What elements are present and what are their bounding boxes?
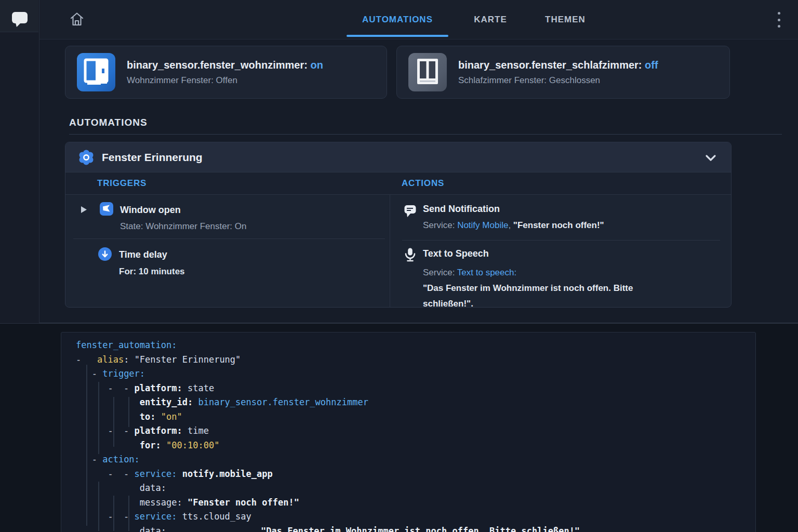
trigger-row-window-open: Window open State: Wohnzimmer Fenster: O…	[65, 195, 390, 232]
sensor-friendly-state: Schlafzimmer Fenster: Geschlossen	[458, 75, 658, 86]
indent-guide	[98, 382, 99, 454]
action-title: Send Notification	[423, 204, 731, 215]
tab-themen[interactable]: THEMEN	[537, 0, 593, 39]
trigger-subtitle: State: Wohnzimmer Fenster: On	[120, 221, 390, 232]
sensor-entity: binary_sensor.fenster_schlafzimmer: off	[458, 59, 658, 71]
trigger-subtitle: For: 10 minutes	[119, 267, 390, 277]
microphone-icon	[404, 247, 417, 264]
code-line: - - platform: state	[76, 381, 755, 396]
sensor-entity: binary_sensor.fenster_wohnzimmer: on	[127, 59, 323, 71]
automations-section-title: AUTOMATIONS	[69, 117, 148, 128]
main-content: binary_sensor.fenster_wohnzimmer: on Woh…	[39, 39, 798, 323]
chevron-down-icon[interactable]	[705, 154, 716, 162]
code-line: for: "00:10:00"	[76, 438, 755, 453]
code-line: - action:	[76, 453, 755, 467]
code-line: - alias: "Fenster Erinnerung"	[76, 353, 755, 367]
service-separator: ,	[508, 220, 513, 230]
tab-karte-label: KARTE	[474, 15, 507, 25]
tab-themen-label: THEMEN	[545, 15, 586, 25]
action-service-line: Service: Notify Mobile, "Fenster noch of…	[423, 220, 731, 231]
time-delay-icon	[98, 247, 112, 261]
sensor-card-text: binary_sensor.fenster_wohnzimmer: on Woh…	[127, 59, 323, 86]
sensor-card-wohnzimmer[interactable]: binary_sensor.fenster_wohnzimmer: on Woh…	[65, 46, 387, 99]
code-line: to: "on"	[76, 410, 755, 424]
indent-guide	[113, 496, 114, 531]
service-message: "Fenster noch offen!"	[513, 220, 604, 230]
action-row-tts: Text to Speech Service: Text to speech: …	[390, 238, 731, 308]
tab-automations[interactable]: AUTOMATIONS	[347, 0, 448, 39]
sensor-card-text: binary_sensor.fenster_schlafzimmer: off …	[458, 59, 658, 86]
sensor-friendly-state: Wohnzimmer Fenster: Offen	[127, 75, 323, 86]
service-link[interactable]: Text to speech:	[457, 268, 516, 277]
code-line: data:	[76, 481, 755, 496]
automation-card-header[interactable]: Fenster Erinnerung	[65, 142, 731, 172]
service-link[interactable]: Notify Mobile	[457, 220, 508, 230]
sensor-state-value: on	[310, 59, 323, 71]
left-sidebar	[0, 0, 39, 323]
tab-karte[interactable]: KARTE	[467, 0, 514, 39]
code-line: message: "Fenster noch offen!"	[76, 496, 755, 510]
code-lines: fenster_automation:- alias: "Fenster Eri…	[61, 332, 755, 532]
expand-arrow-icon[interactable]	[81, 206, 87, 213]
actions-column-label: ACTIONS	[390, 172, 444, 194]
trigger-row-time-delay: Time delay For: 10 minutes	[65, 238, 390, 277]
code-line: - - service: notify.mobile_app	[76, 467, 755, 482]
code-line: entity_id: binary_sensor.fenster_wohnzim…	[76, 395, 755, 410]
automation-body: Window open State: Wohnzimmer Fenster: O…	[65, 195, 731, 308]
trigger-title: Time delay	[119, 249, 390, 260]
kebab-menu-icon[interactable]	[774, 12, 783, 28]
triggers-column-label: TRIGGERS	[65, 172, 390, 194]
automation-flower-icon	[78, 150, 94, 165]
tab-automations-label: AUTOMATIONS	[362, 15, 433, 25]
code-line: - - service: tts.cloud_say	[76, 510, 755, 524]
tab-bar: AUTOMATIONS KARTE THEMEN	[39, 0, 798, 39]
chat-bubble-icon[interactable]	[11, 11, 29, 28]
indent-guide	[128, 397, 129, 427]
automation-card: Fenster Erinnerung TRIGGERS ACTIONS	[65, 142, 732, 308]
sensor-state-value: off	[645, 59, 658, 71]
indent-guide	[128, 496, 129, 531]
window-closed-icon	[408, 53, 447, 91]
window-open-icon	[77, 53, 115, 91]
automation-title: Fenster Erinnerung	[102, 151, 203, 164]
yaml-code-panel: fenster_automation:- alias: "Fenster Eri…	[61, 332, 756, 532]
action-service-line: Service: Text to speech: "Das Fenster im…	[423, 265, 731, 308]
service-message: "Das Fenster im Wohnzimmer ist noch offe…	[423, 281, 654, 308]
code-line: - - platform: time	[76, 424, 755, 438]
sensor-entity-id: binary_sensor.fenster_wohnzimmer:	[127, 59, 308, 71]
service-label: Service:	[423, 268, 457, 277]
top-navigation-bar: AUTOMATIONS KARTE THEMEN	[39, 0, 798, 39]
indent-guide	[113, 397, 114, 447]
automation-columns-header: TRIGGERS ACTIONS	[65, 172, 731, 195]
triggers-column: Window open State: Wohnzimmer Fenster: O…	[65, 195, 390, 308]
code-line: - trigger:	[76, 367, 755, 381]
sensor-entity-id: binary_sensor.fenster_schlafzimmer:	[458, 59, 642, 71]
section-divider	[69, 134, 782, 135]
window-trigger-icon	[100, 202, 113, 216]
action-title: Text to Speech	[423, 248, 731, 259]
trigger-title: Window open	[120, 205, 390, 216]
yaml-section: fenster_automation:- alias: "Fenster Eri…	[0, 323, 798, 532]
notification-icon	[404, 204, 417, 220]
action-row-notification: Send Notification Service: Notify Mobile…	[390, 195, 731, 231]
indent-guide	[86, 365, 87, 526]
code-line: data:"Das Fenster im Wohnzimmer ist noch…	[76, 524, 755, 532]
actions-column: Send Notification Service: Notify Mobile…	[390, 195, 731, 308]
service-label: Service:	[423, 220, 457, 230]
sensor-card-schlafzimmer[interactable]: binary_sensor.fenster_schlafzimmer: off …	[396, 46, 730, 99]
code-line: fenster_automation:	[76, 338, 755, 353]
active-tab-underline	[347, 35, 448, 37]
indent-guide	[98, 482, 99, 531]
